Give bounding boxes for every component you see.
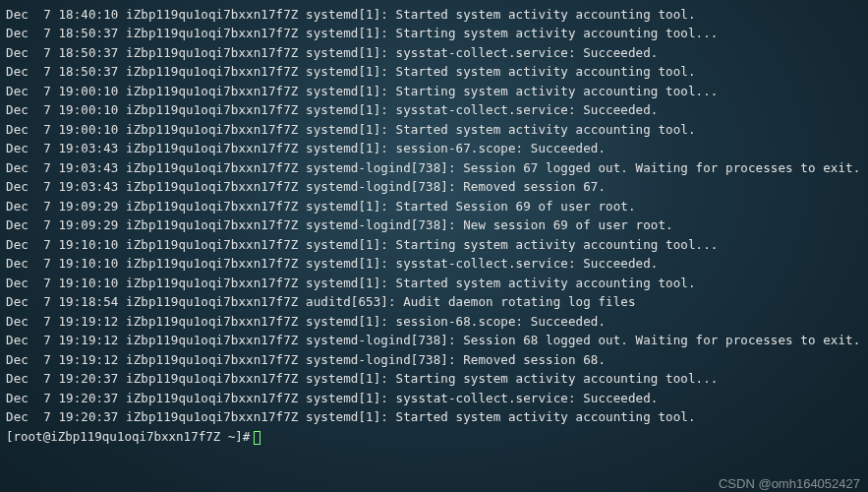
log-line: Dec 7 19:10:10 iZbp119qu1oqi7bxxn17f7Z s… (6, 255, 862, 275)
log-line: Dec 7 19:10:10 iZbp119qu1oqi7bxxn17f7Z s… (6, 274, 862, 293)
shell-prompt: [root@iZbp119qu1oqi7bxxn17f7Z ~]# (6, 431, 250, 444)
log-line: Dec 7 19:00:10 iZbp119qu1oqi7bxxn17f7Z s… (6, 82, 862, 101)
log-line: Dec 7 18:50:37 iZbp119qu1oqi7bxxn17f7Z s… (6, 43, 862, 63)
log-line: Dec 7 19:03:43 iZbp119qu1oqi7bxxn17f7Z s… (6, 140, 862, 159)
log-line: Dec 7 19:03:43 iZbp119qu1oqi7bxxn17f7Z s… (6, 178, 862, 198)
log-line: Dec 7 19:19:12 iZbp119qu1oqi7bxxn17f7Z s… (6, 312, 862, 332)
log-line: Dec 7 19:20:37 iZbp119qu1oqi7bxxn17f7Z s… (6, 370, 862, 390)
log-line: Dec 7 19:09:29 iZbp119qu1oqi7bxxn17f7Z s… (6, 216, 862, 236)
log-line: Dec 7 18:50:37 iZbp119qu1oqi7bxxn17f7Z s… (6, 63, 862, 83)
log-line: Dec 7 19:00:10 iZbp119qu1oqi7bxxn17f7Z s… (6, 120, 862, 140)
log-line: Dec 7 19:10:10 iZbp119qu1oqi7bxxn17f7Z s… (6, 235, 862, 255)
log-line: Dec 7 19:19:12 iZbp119qu1oqi7bxxn17f7Z s… (6, 350, 862, 370)
log-line: Dec 7 19:19:12 iZbp119qu1oqi7bxxn17f7Z s… (6, 332, 862, 351)
log-line: Dec 7 19:09:29 iZbp119qu1oqi7bxxn17f7Z s… (6, 197, 862, 216)
log-line: Dec 7 18:40:10 iZbp119qu1oqi7bxxn17f7Z s… (6, 5, 862, 25)
log-line: Dec 7 19:03:43 iZbp119qu1oqi7bxxn17f7Z s… (6, 158, 862, 178)
watermark: CSDN @omh164052427 (719, 477, 860, 490)
log-line: Dec 7 19:00:10 iZbp119qu1oqi7bxxn17f7Z s… (6, 101, 862, 121)
log-line: Dec 7 19:18:54 iZbp119qu1oqi7bxxn17f7Z a… (6, 293, 862, 313)
cursor (254, 431, 260, 445)
log-line: Dec 7 19:20:37 iZbp119qu1oqi7bxxn17f7Z s… (6, 408, 862, 428)
terminal-output[interactable]: Dec 7 18:40:10 iZbp119qu1oqi7bxxn17f7Z s… (6, 5, 862, 427)
shell-prompt-line[interactable]: [root@iZbp119qu1oqi7bxxn17f7Z ~]# (6, 427, 862, 448)
log-line: Dec 7 19:20:37 iZbp119qu1oqi7bxxn17f7Z s… (6, 389, 862, 408)
log-line: Dec 7 18:50:37 iZbp119qu1oqi7bxxn17f7Z s… (6, 25, 862, 44)
